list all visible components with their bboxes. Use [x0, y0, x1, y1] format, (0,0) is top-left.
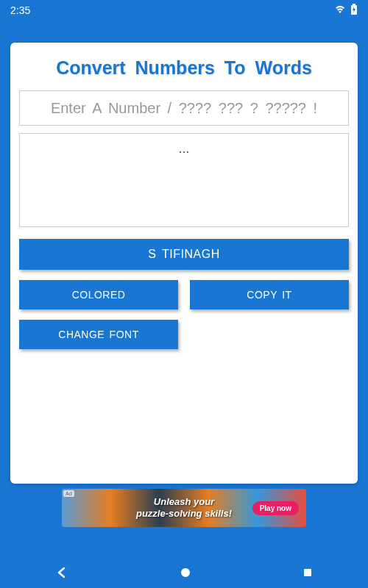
status-icons: [334, 4, 358, 18]
ad-text-line1: Unleash your: [136, 496, 232, 508]
ad-banner[interactable]: Ad Unleash your puzzle-solving skills! P…: [62, 489, 306, 527]
copy-button[interactable]: COPY IT: [190, 280, 349, 309]
main-card: Convert Numbers To Words ... S TIFINAGH …: [10, 43, 358, 484]
wifi-icon: [334, 4, 346, 17]
button-row: COLORED COPY IT: [19, 280, 349, 309]
nav-recent-icon[interactable]: [302, 567, 314, 578]
tifinagh-button[interactable]: S TIFINAGH: [19, 239, 349, 270]
ad-text-line2: puzzle-solving skills!: [136, 508, 232, 520]
colored-button[interactable]: COLORED: [19, 280, 178, 309]
svg-point-2: [181, 568, 190, 577]
ad-badge: Ad: [63, 490, 74, 497]
change-font-button[interactable]: CHANGE FONT: [19, 320, 178, 349]
ad-text: Unleash your puzzle-solving skills!: [136, 496, 232, 519]
nav-home-icon[interactable]: [179, 566, 192, 579]
svg-rect-3: [304, 569, 311, 576]
status-time: 2:35: [10, 4, 30, 16]
page-title: Convert Numbers To Words: [19, 51, 349, 90]
ad-play-button[interactable]: Play now: [252, 501, 299, 515]
battery-icon: [350, 4, 358, 18]
status-bar: 2:35: [0, 0, 368, 21]
number-input[interactable]: [19, 90, 349, 126]
nav-back-icon[interactable]: [54, 565, 69, 580]
svg-rect-1: [353, 4, 355, 5]
nav-bar: [0, 557, 368, 588]
output-area: ...: [19, 133, 349, 227]
